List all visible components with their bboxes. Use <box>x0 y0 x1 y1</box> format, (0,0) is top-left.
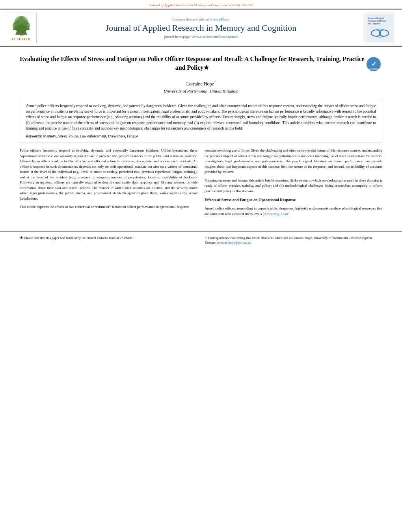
svg-text:Research in Memory: Research in Memory <box>368 20 387 22</box>
column-left: Police officers frequently respond to ev… <box>20 148 197 220</box>
crossmark-badge: ✓ CrossMark <box>365 55 382 72</box>
article-content: Evaluating the Effects of Stress and Fat… <box>0 47 402 228</box>
footer-area: ★ Please note that this paper was handle… <box>0 232 402 248</box>
svg-point-5 <box>16 25 27 33</box>
keywords-label: Keywords: <box>26 134 42 138</box>
article-title-section: Evaluating the Effects of Stress and Fat… <box>20 55 382 76</box>
journal-ref-text: Journal of Applied Research in Memory an… <box>149 3 253 7</box>
journal-title: Journal of Applied Research in Memory an… <box>41 23 361 33</box>
svg-text:and Cognition: and Cognition <box>368 22 380 25</box>
sciencedirect-link[interactable]: ScienceDirect <box>210 17 229 21</box>
author-name: Lorraine Hope* <box>20 80 382 87</box>
svg-text:CrossMark: CrossMark <box>368 68 378 70</box>
footnote-asterisk-symbol: * <box>205 235 208 240</box>
correspondence-email[interactable]: lorraine.hope@port.ac.uk <box>217 241 251 245</box>
keywords-line: Keywords: Memory, Stress, Police, Law en… <box>26 134 376 138</box>
body-para-2: This article explores the effects of two… <box>20 204 197 210</box>
footer-right: * Correspondence concerning this article… <box>205 235 382 245</box>
citation-link[interactable]: Armstrong, Clare, <box>264 212 289 216</box>
abstract-text: Armed police officers frequently respond… <box>26 103 376 131</box>
elsevier-label: ELSEVIER <box>12 37 31 41</box>
author-sup: * <box>214 80 216 84</box>
header-center: Contents lists available at ScienceDirec… <box>41 17 361 39</box>
homepage-link[interactable]: www.elsevier.com/locate/jarmac <box>192 35 238 39</box>
contents-line: Contents lists available at ScienceDirec… <box>41 17 361 21</box>
article-title-area: Evaluating the Effects of Stress and Fat… <box>20 55 365 76</box>
footnote-star-symbol: ★ <box>20 235 24 240</box>
body-para-3: contexts involving use of force. Given t… <box>205 148 382 175</box>
affiliation: University of Portsmouth, United Kingdom <box>20 89 382 93</box>
journal-reference: Journal of Applied Research in Memory an… <box>0 0 402 9</box>
svg-text:Journal of Applied: Journal of Applied <box>368 17 384 19</box>
footer-left: ★ Please note that this paper was handle… <box>20 235 197 245</box>
body-para-1: Police officers frequently respond to ev… <box>20 148 197 201</box>
body-columns: Police officers frequently respond to ev… <box>20 148 382 220</box>
page: Journal of Applied Research in Memory an… <box>0 0 402 532</box>
body-para-4: Focusing on stress and fatigue, this art… <box>205 178 382 194</box>
elsevier-logo-left: ELSEVIER <box>6 13 37 43</box>
journal-thumbnail: Journal of Applied Research in Memory an… <box>365 13 396 43</box>
column-right: contexts involving use of force. Given t… <box>205 148 382 220</box>
body-para-5: Armed police officers responding in unpr… <box>205 206 382 217</box>
keywords-values: Memory, Stress, Police, Law enforcement,… <box>43 134 138 138</box>
section-heading-stress: Effects of Stress and Fatigue on Operati… <box>205 197 382 203</box>
svg-text:✓: ✓ <box>371 61 376 67</box>
journal-homepage: journal homepage: www.elsevier.com/locat… <box>41 35 361 39</box>
abstract-section: Armed police officers frequently respond… <box>20 99 382 143</box>
article-title: Evaluating the Effects of Stress and Fat… <box>20 55 365 72</box>
footnote-star-text: Please note that this paper was handled … <box>24 236 134 240</box>
journal-header: ELSEVIER Contents lists available at Sci… <box>0 9 402 47</box>
